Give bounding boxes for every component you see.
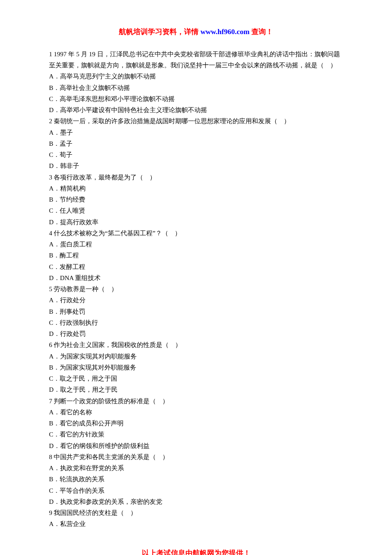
header-url: www.hf960.com bbox=[200, 28, 249, 36]
question-stem: 2 秦朝统一后，采取的许多政治措施是战国时期哪一位思想家理论的应用和发展（ ） bbox=[49, 116, 343, 127]
question-stem: 1 1997 年 5 月 19 日，江泽民总书记在中共中央党校省部级干部进修班毕… bbox=[49, 49, 343, 71]
question-option: A．执政党和在野党的关系 bbox=[49, 462, 343, 474]
question-option: A．蛋白质工程 bbox=[49, 239, 343, 250]
question-option: C．看它的方针政策 bbox=[49, 429, 343, 440]
question-option: B．酶工程 bbox=[49, 250, 343, 261]
question-option: B．刑事处罚 bbox=[49, 306, 343, 317]
question-option: C．荀子 bbox=[49, 149, 343, 160]
question-option: A．行政处分 bbox=[49, 295, 343, 306]
question-option: A．看它的名称 bbox=[49, 407, 343, 418]
question-option: A．为国家实现其对内职能服务 bbox=[49, 351, 343, 362]
question-stem: 6 作为社会主义国家，我国税收的性质是（ ） bbox=[49, 339, 343, 350]
question-option: C．平等合作的关系 bbox=[49, 485, 343, 496]
header-text-2: 查询！ bbox=[250, 28, 273, 36]
question-option: C．高举毛泽东思想和邓小平理论旗帜不动摇 bbox=[49, 93, 343, 104]
question-option: D．DNA 重组技术 bbox=[49, 272, 343, 283]
question-list: 1 1997 年 5 月 19 日，江泽民总书记在中共中央党校省部级干部进修班毕… bbox=[49, 49, 343, 530]
question-option: C．行政强制执行 bbox=[49, 317, 343, 328]
question-option: C．取之于民，用之于国 bbox=[49, 373, 343, 384]
question-stem: 4 什么技术被称之为“第二代基因工程”？（ ） bbox=[49, 228, 343, 239]
question-option: B．高举社会主义旗帜不动摇 bbox=[49, 82, 343, 93]
page-footer: 以上考试信息由航帆网为您提供！ bbox=[49, 547, 343, 555]
header-text-1: 航帆培训学习资料，详情 bbox=[119, 28, 200, 36]
question-option: D．取之于民，用之于民 bbox=[49, 384, 343, 395]
question-stem: 7 判断一个政党的阶级性质的标准是（ ） bbox=[49, 396, 343, 407]
question-option: D．行政处罚 bbox=[49, 328, 343, 339]
question-option: B．轮流执政的关系 bbox=[49, 474, 343, 485]
question-stem: 5 劳动教养是一种（ ） bbox=[49, 283, 343, 295]
question-stem: 8 中国共产党和各民主党派的关系是（ ） bbox=[49, 451, 343, 462]
question-option: A．私营企业 bbox=[49, 518, 343, 529]
question-option: B．孟子 bbox=[49, 138, 343, 149]
question-option: A．墨子 bbox=[49, 127, 343, 138]
question-stem: 3 各项行政改革，最终都是为了（ ） bbox=[49, 172, 343, 183]
question-option: D．高举邓小平建设有中国特色社会主义理论旗帜不动摇 bbox=[49, 104, 343, 116]
question-option: D．看它的纲领和所维护的阶级利益 bbox=[49, 440, 343, 451]
question-option: A．精简机构 bbox=[49, 183, 343, 194]
question-option: A．高举马克思列宁主义的旗帜不动摇 bbox=[49, 71, 343, 82]
page-header: 航帆培训学习资料，详情 www.hf960.com 查询！ bbox=[49, 26, 343, 38]
question-option: D．韩非子 bbox=[49, 160, 343, 171]
question-option: C．发酵工程 bbox=[49, 261, 343, 272]
question-option: B．看它的成员和公开声明 bbox=[49, 418, 343, 429]
question-option: B．节约经费 bbox=[49, 194, 343, 205]
question-option: C．任人唯贤 bbox=[49, 205, 343, 216]
question-option: B．为国家实现其对外职能服务 bbox=[49, 362, 343, 373]
question-stem: 9 我国国民经济的支柱是（ ） bbox=[49, 507, 343, 518]
question-option: D．执政党和参政党的关系，亲密的友党 bbox=[49, 496, 343, 507]
question-option: D．提高行政效率 bbox=[49, 217, 343, 228]
